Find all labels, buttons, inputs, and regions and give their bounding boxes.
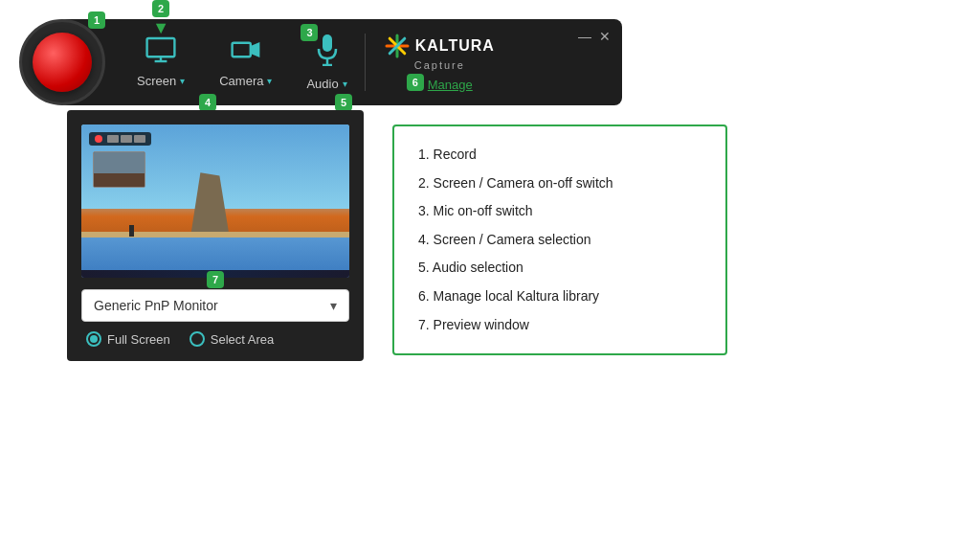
audio-control-group: 3 Audio ▾ (306, 34, 346, 91)
badge-2: 2 (152, 0, 169, 17)
screen-icon (145, 36, 176, 70)
screen-chevron: ▾ (180, 76, 185, 86)
badge-6: 6 (407, 74, 424, 91)
bottom-section: 7 Generic PnP Monitor ▾ Full Screen Sele… (67, 110, 727, 361)
mini-icons (107, 135, 145, 143)
badge-3: 3 (301, 24, 318, 41)
audio-chevron: ▾ (343, 79, 347, 89)
monitor-name: Generic PnP Monitor (94, 298, 218, 313)
select-area-radio[interactable] (189, 331, 205, 347)
camera-label-group[interactable]: Camera ▾ (219, 74, 272, 88)
monitor-select[interactable]: Generic PnP Monitor ▾ (81, 289, 349, 322)
legend-item-1: 1. Record (418, 146, 702, 165)
toolbar-controls: 2 ▼ Screen ▾ (105, 34, 603, 92)
legend-item-6: 6. Manage local Kaltura library (418, 287, 702, 306)
record-btn-container (19, 19, 105, 105)
full-screen-radio[interactable] (86, 331, 101, 347)
badge-4: 4 (199, 94, 216, 111)
kaltura-name-text: KALTURA (415, 37, 495, 55)
mini-icon-1 (107, 135, 119, 143)
badge-7-group: 7 (207, 271, 224, 288)
toolbar: 1 2 ▼ (29, 19, 622, 105)
select-area-label: Select Area (211, 332, 275, 347)
mini-toolbar (89, 132, 151, 146)
screen-control-group: 2 ▼ Screen ▾ (137, 36, 185, 88)
badge-1: 1 (88, 11, 105, 29)
mini-rec-dot (95, 135, 102, 143)
preview-window (81, 124, 349, 278)
kaltura-capture-text: Capture (414, 59, 465, 71)
camera-control-group: ▼ Camera ▾ (219, 36, 272, 88)
legend-item-2: 2. Screen / Camera on-off switch (418, 174, 702, 193)
close-button[interactable]: ✕ (599, 29, 611, 44)
mic-icon (317, 34, 338, 73)
full-screen-label: Full Screen (107, 332, 170, 347)
screen-label: Screen (137, 74, 176, 88)
legend-item-5: 5. Audio selection (418, 259, 702, 278)
kaltura-brand: KALTURA Capture 6 Manage (385, 34, 495, 92)
preview-beach (81, 232, 349, 238)
badge-5: 5 (335, 94, 352, 111)
camera-icon (231, 36, 261, 70)
inset-preview (93, 151, 145, 188)
preview-panel: 7 Generic PnP Monitor ▾ Full Screen Sele… (67, 110, 364, 361)
screen-label-group[interactable]: Screen ▾ (137, 74, 185, 88)
camera-chevron: ▾ (267, 76, 272, 86)
svg-rect-3 (232, 43, 250, 57)
record-button[interactable] (33, 33, 92, 92)
svg-marker-4 (251, 42, 260, 57)
camera-label: Camera (219, 74, 263, 88)
badge-7: 7 (207, 271, 224, 288)
legend-item-7: 7. Preview window (418, 316, 702, 335)
mini-icon-2 (121, 135, 132, 143)
window-controls: — ✕ (578, 29, 611, 44)
mini-icon-3 (134, 135, 145, 143)
kaltura-logo: KALTURA (385, 34, 495, 58)
legend-item-3: 3. Mic on-off switch (418, 202, 702, 221)
svg-rect-0 (147, 38, 175, 57)
select-area-option[interactable]: Select Area (189, 331, 275, 347)
audio-label-group[interactable]: Audio ▾ (306, 77, 346, 91)
manage-link[interactable]: Manage (428, 78, 473, 92)
screen-options: Full Screen Select Area (81, 331, 349, 347)
audio-label: Audio (306, 77, 338, 91)
toolbar-divider (365, 34, 366, 91)
kaltura-starburst-icon (385, 34, 410, 58)
legend-item-4: 4. Screen / Camera selection (418, 231, 702, 250)
full-screen-option[interactable]: Full Screen (86, 331, 170, 347)
minimize-button[interactable]: — (578, 29, 591, 44)
monitor-chevron: ▾ (330, 298, 337, 313)
legend-panel: 1. Record 2. Screen / Camera on-off swit… (392, 124, 727, 355)
svg-rect-5 (323, 34, 332, 52)
preview-person (129, 225, 134, 237)
arrow-2-down: ▼ (152, 19, 169, 36)
